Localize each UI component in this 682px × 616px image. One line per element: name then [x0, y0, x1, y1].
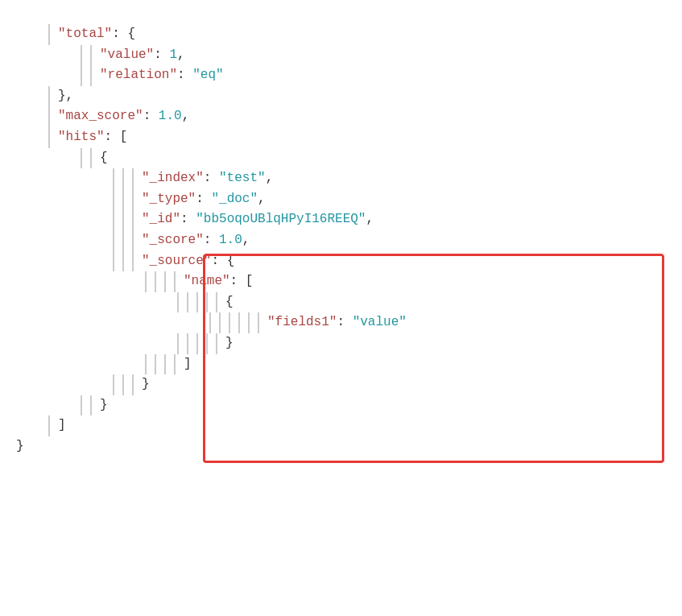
code-line: "_index": "test",	[16, 168, 666, 189]
punctuation: }	[100, 395, 108, 416]
json-value: "value"	[353, 312, 407, 333]
guide-line	[145, 354, 147, 375]
guide-line	[113, 209, 114, 230]
json-key: "total"	[58, 24, 112, 45]
json-key: "hits"	[58, 127, 105, 148]
guide-line	[48, 24, 50, 45]
guide-line	[187, 292, 188, 313]
punctuation: ,	[177, 45, 185, 66]
punctuation: : {	[112, 24, 135, 45]
json-key: "max_score"	[58, 106, 143, 127]
guide-line	[81, 395, 82, 416]
punctuation: :	[154, 45, 169, 66]
guide-line	[132, 374, 134, 395]
code-viewer: "total": { "value": 1, "relation": "eq" …	[0, 16, 682, 616]
json-key: "_id"	[142, 209, 180, 230]
json-value: 1	[169, 45, 177, 66]
punctuation: :	[177, 65, 192, 86]
guide-line	[174, 271, 176, 292]
code-line: "fields1": "value"	[16, 312, 666, 333]
guide-line	[206, 333, 208, 354]
guide-line	[132, 168, 134, 189]
guide-line	[155, 271, 156, 292]
json-key: "name"	[184, 271, 230, 292]
guide-line	[238, 312, 240, 333]
punctuation: : [	[105, 127, 128, 148]
code-line: "name": [	[16, 271, 666, 292]
punctuation: ,	[242, 230, 250, 251]
code-line: {	[16, 292, 666, 313]
code-line-highlight-start: "_source": {	[16, 251, 666, 272]
guide-line	[81, 45, 82, 66]
guide-line	[187, 333, 188, 354]
json-key: "value"	[100, 45, 154, 66]
guide-line	[258, 312, 259, 333]
json-value: "eq"	[192, 65, 223, 86]
punctuation: :	[204, 230, 219, 251]
code-line: "_id": "bb5oqoUBlqHPyI16REEQ",	[16, 209, 666, 230]
guide-line	[48, 415, 50, 436]
guide-line	[177, 333, 179, 354]
punctuation: {	[100, 148, 108, 169]
code-line: ]	[16, 415, 666, 436]
guide-line	[206, 292, 208, 313]
punctuation: :	[180, 209, 196, 230]
punctuation: : {	[211, 251, 234, 272]
guide-line	[132, 251, 134, 272]
punctuation: :	[204, 168, 219, 189]
punctuation: }	[16, 436, 24, 457]
guide-line	[122, 209, 124, 230]
guide-line	[48, 106, 50, 127]
guide-line	[81, 148, 82, 169]
code-line: "_score": 1.0,	[16, 230, 666, 251]
punctuation: ,	[182, 106, 190, 127]
guide-line	[48, 86, 50, 107]
json-key: "relation"	[100, 65, 177, 86]
code-line: {	[16, 148, 666, 169]
code-line: }	[16, 436, 666, 457]
guide-line	[248, 312, 250, 333]
code-line: "relation": "eq"	[16, 65, 666, 86]
punctuation: ,	[266, 168, 274, 189]
guide-line	[90, 65, 92, 86]
guide-line	[216, 333, 217, 354]
json-value: "test"	[219, 168, 266, 189]
guide-line	[132, 189, 134, 210]
json-value: 1.0	[159, 106, 182, 127]
guide-line	[90, 45, 92, 66]
json-value: "bb5oqoUBlqHPyI16REEQ"	[196, 209, 366, 230]
guide-line	[122, 251, 124, 272]
json-value: "_doc"	[211, 189, 258, 210]
code-line: },	[16, 86, 666, 107]
guide-line	[177, 292, 179, 313]
guide-line	[196, 292, 198, 313]
guide-line	[164, 354, 166, 375]
guide-line	[113, 251, 114, 272]
punctuation: ,	[258, 189, 266, 210]
punctuation: }	[225, 333, 234, 354]
code-line: "hits": [	[16, 127, 666, 148]
guide-line	[113, 374, 114, 395]
guide-line	[122, 374, 124, 395]
guide-line	[174, 354, 176, 375]
guide-line	[48, 127, 50, 148]
guide-line	[164, 271, 166, 292]
code-line: "max_score": 1.0,	[16, 106, 666, 127]
code-line: }	[16, 395, 666, 416]
guide-line	[122, 189, 124, 210]
guide-line	[122, 168, 124, 189]
guide-line	[229, 312, 230, 333]
guide-line	[113, 230, 114, 251]
code-line: "total": {	[16, 24, 666, 45]
code-line: }	[16, 333, 666, 354]
guide-line	[90, 148, 92, 169]
punctuation: ,	[366, 209, 374, 230]
json-value: 1.0	[219, 230, 242, 251]
guide-line	[145, 271, 147, 292]
punctuation: },	[58, 86, 73, 107]
punctuation: ]	[58, 415, 66, 436]
punctuation: ]	[184, 354, 192, 375]
guide-line	[216, 292, 217, 313]
guide-line	[90, 395, 92, 416]
json-key: "fields1"	[267, 312, 337, 333]
